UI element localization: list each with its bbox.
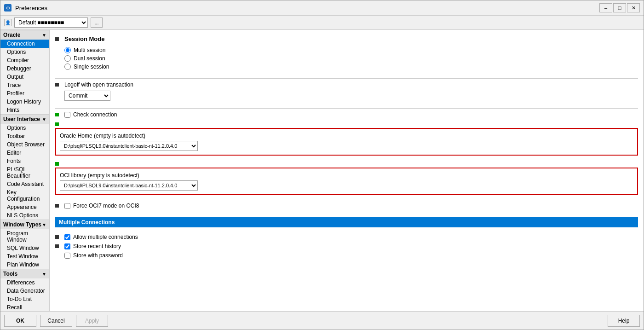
radio-dual-session-label: Dual session (74, 55, 105, 62)
sidebar-item-todo-list[interactable]: To-Do List (0, 295, 49, 303)
sidebar-item-connection[interactable]: Connection (0, 40, 49, 48)
window-types-arrow-icon: ▼ (42, 222, 46, 227)
store-password-row: Store with password (64, 252, 638, 259)
sidebar-item-editor[interactable]: Editor (0, 149, 49, 157)
session-mode-radio-group: Multi session Dual session Single sessio… (64, 47, 638, 72)
store-password-checkbox[interactable] (64, 253, 70, 259)
store-recent-row: Store recent history (55, 243, 638, 249)
oracle-home-dropdown-row: D:\plsql\PLSQL9.0\instantclient-basic-nt… (60, 141, 633, 151)
sidebar-item-compiler[interactable]: Compiler (0, 56, 49, 64)
multiple-connections-header: Multiple Connections (55, 217, 638, 227)
radio-multi-session: Multi session (64, 47, 638, 53)
tools-group-label: Tools (3, 271, 17, 277)
divider-2 (55, 108, 638, 109)
preferences-window: ⚙ Preferences – □ ✕ 👤 Default ■■■■■■■■ .… (0, 0, 644, 330)
cancel-button[interactable]: Cancel (40, 315, 72, 327)
logoff-indicator (55, 83, 59, 87)
allow-multiple-indicator (55, 235, 59, 239)
sidebar-group-oracle-header[interactable]: Oracle ▼ (0, 30, 49, 40)
session-mode-title: Session Mode (64, 35, 104, 42)
sidebar-item-output[interactable]: Output (0, 73, 49, 81)
radio-multi-session-input[interactable] (64, 47, 71, 53)
sidebar-item-options-ui[interactable]: Options (0, 124, 49, 132)
sidebar-item-sql-window[interactable]: SQL Window (0, 244, 49, 252)
radio-single-session-input[interactable] (64, 64, 71, 70)
oci-lib-section: OCI library (empty is autodetect) D:\pls… (55, 168, 638, 195)
minimize-button[interactable]: – (599, 3, 612, 12)
profile-icon: 👤 (4, 19, 12, 26)
sidebar-group-tools-header[interactable]: Tools ▼ (0, 269, 49, 278)
radio-single-session-label: Single session (74, 64, 109, 70)
sidebar-group-tools: Tools ▼ Differences Data Generator To-Do… (0, 269, 49, 311)
oci-lib-header (55, 162, 638, 166)
sidebar-item-data-generator[interactable]: Data Generator (0, 287, 49, 295)
store-password-label: Store with password (73, 252, 123, 259)
allow-multiple-label: Allow multiple connections (73, 234, 138, 240)
oracle-arrow-icon: ▼ (42, 33, 46, 38)
force-oci7-checkbox[interactable] (64, 203, 70, 209)
store-recent-indicator (55, 244, 59, 248)
ok-button[interactable]: OK (4, 315, 36, 327)
check-connection-label: Check connection (73, 111, 117, 118)
window-types-group-label: Window Types (3, 221, 41, 228)
sidebar-item-appearance[interactable]: Appearance (0, 203, 49, 211)
bottom-bar: OK Cancel Apply Help (0, 311, 644, 330)
profile-select[interactable]: Default ■■■■■■■■ (14, 17, 88, 28)
oracle-home-select[interactable]: D:\plsql\PLSQL9.0\instantclient-basic-nt… (60, 141, 198, 151)
sidebar-group-window-types-header[interactable]: Window Types ▼ (0, 220, 49, 229)
oracle-home-section: Oracle Home (empty is autodetect) D:\pls… (55, 128, 638, 156)
oracle-home-header (55, 122, 638, 126)
commit-select[interactable]: Commit Rollback Ask (64, 91, 110, 101)
window-icon: ⚙ (4, 4, 12, 12)
store-recent-checkbox[interactable] (64, 243, 70, 249)
force-oci7-indicator (55, 204, 59, 208)
oracle-home-label: Oracle Home (empty is autodetect) (60, 133, 633, 139)
help-button[interactable]: Help (608, 315, 640, 327)
maximize-button[interactable]: □ (613, 3, 626, 12)
sidebar: Oracle ▼ Connection Options Compiler Deb… (0, 30, 50, 311)
radio-single-session: Single session (64, 64, 638, 70)
sidebar-group-oracle: Oracle ▼ Connection Options Compiler Deb… (0, 30, 49, 114)
sidebar-item-program-window[interactable]: Program Window (0, 229, 49, 244)
more-options-button[interactable]: ... (91, 17, 103, 28)
sidebar-item-plan-window[interactable]: Plan Window (0, 261, 49, 269)
oci-lib-select[interactable]: D:\plsql\PLSQL9.0\instantclient-basic-nt… (60, 180, 198, 191)
sidebar-item-logon-history[interactable]: Logon History (0, 98, 49, 106)
force-oci7-row: Force OCI7 mode on OCI8 (55, 203, 638, 209)
sidebar-item-debugger[interactable]: Debugger (0, 64, 49, 73)
logoff-row: Logoff with open transaction (55, 81, 638, 88)
sidebar-item-fonts[interactable]: Fonts (0, 157, 49, 165)
ui-group-label: User Interface (3, 116, 40, 122)
sidebar-group-window-types: Window Types ▼ Program Window SQL Window… (0, 220, 49, 269)
sidebar-item-test-window[interactable]: Test Window (0, 252, 49, 261)
check-connection-checkbox[interactable] (64, 112, 70, 118)
sidebar-item-code-assistant[interactable]: Code Assistant (0, 180, 49, 188)
close-button[interactable]: ✕ (627, 3, 640, 12)
sidebar-item-options-oracle[interactable]: Options (0, 48, 49, 56)
sidebar-item-key-config[interactable]: Key Configuration (0, 188, 49, 203)
oci-lib-dropdown-row: D:\plsql\PLSQL9.0\instantclient-basic-nt… (60, 180, 633, 191)
session-mode-header: Session Mode (55, 35, 638, 42)
profile-dropdown-container: 👤 Default ■■■■■■■■ (4, 17, 88, 28)
sidebar-item-hints[interactable]: Hints (0, 106, 49, 114)
main-content: Oracle ▼ Connection Options Compiler Deb… (0, 30, 644, 311)
sidebar-item-toolbar[interactable]: Toolbar (0, 132, 49, 140)
store-recent-label: Store recent history (73, 243, 121, 249)
allow-multiple-checkbox[interactable] (64, 234, 70, 240)
sidebar-item-recall-statement[interactable]: Recall Statement (0, 303, 49, 311)
check-connection-row: Check connection (55, 111, 638, 118)
oracle-home-indicator (55, 122, 59, 126)
window-title: Preferences (15, 5, 596, 12)
sidebar-item-object-browser[interactable]: Object Browser (0, 140, 49, 149)
radio-multi-session-label: Multi session (74, 47, 105, 53)
sidebar-item-profiler[interactable]: Profiler (0, 89, 49, 98)
sidebar-group-ui-header[interactable]: User Interface ▼ (0, 114, 49, 124)
oci-lib-indicator (55, 162, 59, 166)
apply-button[interactable]: Apply (76, 315, 108, 327)
sidebar-item-differences[interactable]: Differences (0, 278, 49, 287)
sidebar-item-plsql-beautifier[interactable]: PL/SQL Beautifier (0, 165, 49, 180)
sidebar-item-trace[interactable]: Trace (0, 81, 49, 89)
radio-dual-session-input[interactable] (64, 55, 71, 62)
sidebar-item-nls-options[interactable]: NLS Options (0, 211, 49, 220)
logoff-label: Logoff with open transaction (64, 81, 133, 88)
